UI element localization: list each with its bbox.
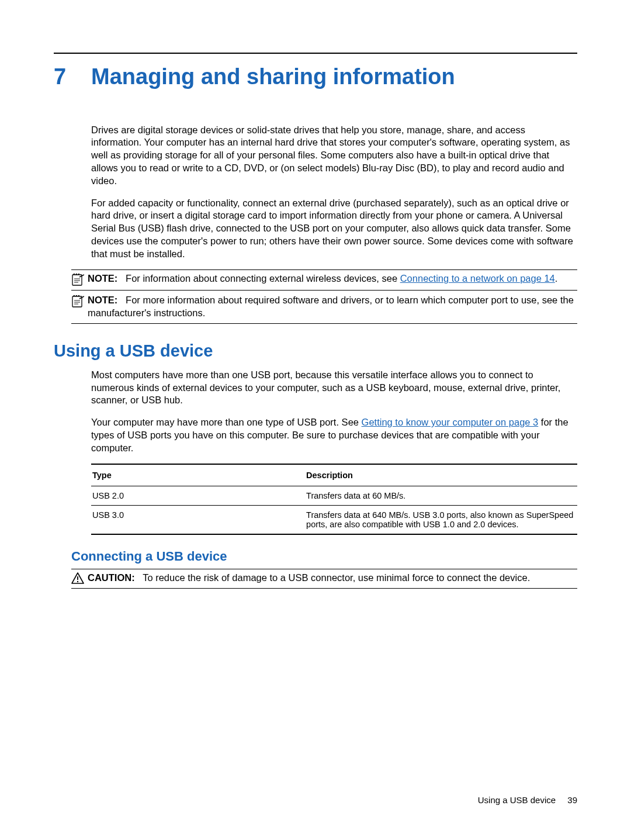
note-1-pre: For information about connecting externa… (126, 273, 400, 284)
cell-type: USB 3.0 (91, 506, 305, 535)
table-row: USB 2.0 Transfers data at 60 MB/s. (91, 486, 577, 506)
footer-section-title: Using a USB device (478, 795, 556, 805)
cell-desc: Transfers data at 60 MB/s. (305, 486, 577, 506)
link-getting-to-know[interactable]: Getting to know your computer on page 3 (362, 417, 539, 427)
footer-page-number: 39 (567, 795, 577, 805)
note-1: NOTE: For information about connecting e… (71, 269, 577, 291)
th-type: Type (91, 464, 305, 486)
caution-icon (71, 572, 88, 585)
note-icon (71, 272, 88, 286)
note-label: NOTE: (88, 273, 117, 284)
note-2-text: NOTE: For more information about require… (88, 294, 577, 320)
heading-using-usb: Using a USB device (54, 341, 577, 361)
intro-paragraph-2: For added capacity or functionality, con… (91, 197, 577, 261)
th-desc: Description (305, 464, 577, 486)
note-2: NOTE: For more information about require… (71, 292, 577, 324)
page-footer: Using a USB device 39 (478, 795, 577, 805)
caution-body: To reduce the risk of damage to a USB co… (143, 572, 530, 583)
link-connecting-network[interactable]: Connecting to a network on page 14 (400, 273, 555, 284)
usb-p1: Most computers have more than one USB po… (91, 369, 577, 407)
heading-connecting-usb: Connecting a USB device (71, 549, 577, 564)
usb-p2-pre: Your computer may have more than one typ… (91, 417, 362, 427)
usb-type-table: Type Description USB 2.0 Transfers data … (91, 464, 577, 535)
chapter-title: Managing and sharing information (91, 64, 455, 90)
intro-paragraph-1: Drives are digital storage devices or so… (91, 124, 577, 188)
chapter-number: 7 (54, 64, 91, 89)
caution-label: CAUTION: (88, 572, 135, 583)
caution-block: CAUTION: To reduce the risk of damage to… (71, 569, 577, 589)
document-page: 7 Managing and sharing information Drive… (0, 0, 631, 840)
svg-point-3 (77, 581, 78, 582)
chapter-heading: 7 Managing and sharing information (54, 64, 577, 90)
table-row: USB 3.0 Transfers data at 640 MB/s. USB … (91, 506, 577, 535)
cell-desc: Transfers data at 640 MB/s. USB 3.0 port… (305, 506, 577, 535)
note-icon (71, 294, 88, 320)
intro-block: Drives are digital storage devices or so… (91, 124, 577, 261)
usb-p2: Your computer may have more than one typ… (91, 416, 577, 454)
note-1-text: NOTE: For information about connecting e… (88, 272, 557, 286)
table-header-row: Type Description (91, 464, 577, 486)
note-label: NOTE: (88, 295, 117, 305)
top-rule (54, 53, 577, 54)
caution-text: CAUTION: To reduce the risk of damage to… (88, 572, 530, 585)
note-1-post: . (555, 273, 558, 284)
usb-body: Most computers have more than one USB po… (91, 369, 577, 535)
note-2-body: For more information about required soft… (88, 295, 574, 318)
cell-type: USB 2.0 (91, 486, 305, 506)
